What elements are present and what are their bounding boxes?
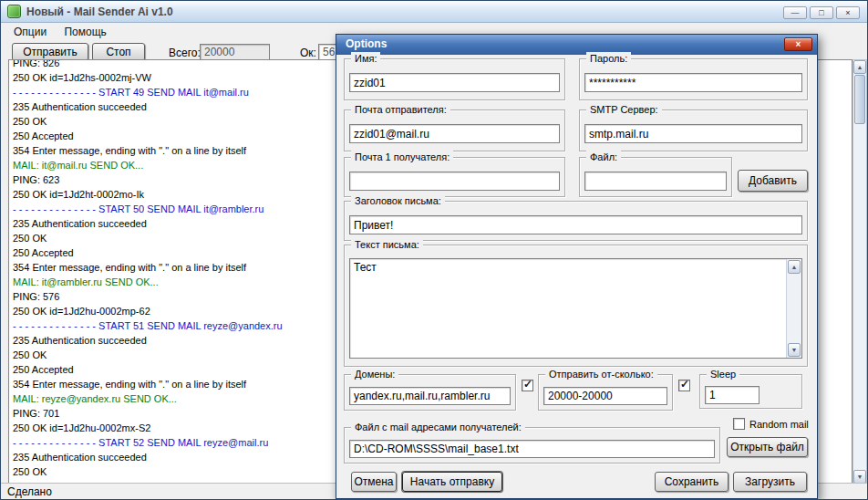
mail-file-label: Файл с mail адресами получателей: xyxy=(351,421,525,433)
total-input[interactable] xyxy=(200,44,270,60)
sleep-input[interactable] xyxy=(705,386,760,404)
name-group: Имя: xyxy=(344,58,565,100)
domains-label: Домены: xyxy=(351,368,398,380)
app-icon xyxy=(7,5,21,18)
random-mail-checkbox[interactable] xyxy=(733,418,745,430)
password-group: Пароль: xyxy=(579,58,808,100)
file-group: Файл: xyxy=(579,157,732,197)
mail-file-input[interactable] xyxy=(349,440,715,458)
log-scrollbar[interactable]: ▲ ▼ xyxy=(852,59,867,484)
menu-item-help[interactable]: Помощь xyxy=(57,24,113,40)
sleep-label: Sleep xyxy=(707,368,739,380)
recipient-input[interactable] xyxy=(349,172,560,191)
subject-input[interactable] xyxy=(349,215,802,234)
title-bar: Новый - Mail Sender Ai v1.0 — □ × xyxy=(1,1,867,23)
smtp-label: SMTP Сервер: xyxy=(586,103,662,116)
open-file-button[interactable]: Открыть файл xyxy=(727,437,808,457)
file-label: Файл: xyxy=(586,151,621,163)
load-button[interactable]: Загрузить xyxy=(733,472,807,492)
recipient-label: Почта 1 получателя: xyxy=(351,151,453,163)
maximize-icon[interactable]: □ xyxy=(810,6,833,19)
window-title: Новый - Mail Sender Ai v1.0 xyxy=(26,5,173,18)
name-label: Имя: xyxy=(351,52,380,65)
add-button[interactable]: Добавить xyxy=(738,170,808,192)
subject-group: Заголовок письма: xyxy=(344,201,808,241)
smtp-group: SMTP Сервер: xyxy=(579,109,808,151)
body-group: Текст письма: Тест ▲ ▼ xyxy=(344,245,808,367)
status-text: Сделано xyxy=(7,485,52,498)
scroll-thumb[interactable] xyxy=(854,75,865,124)
ok-label: Ок: xyxy=(300,47,316,59)
range-checkbox[interactable] xyxy=(678,380,690,391)
save-button[interactable]: Сохранить xyxy=(655,472,728,492)
subject-label: Заголовок письма: xyxy=(351,194,445,207)
password-label: Пароль: xyxy=(586,52,631,65)
cancel-button[interactable]: Отмена xyxy=(351,472,397,492)
textarea-scroll-up-icon[interactable]: ▲ xyxy=(788,260,801,274)
range-input[interactable] xyxy=(543,387,667,405)
minimize-icon[interactable]: — xyxy=(783,6,807,19)
name-input[interactable] xyxy=(349,73,560,92)
body-label: Текст письма: xyxy=(351,238,423,251)
stop-button[interactable]: Стоп xyxy=(92,43,145,61)
options-dialog: Options × Имя: Пароль: Почта отправителя… xyxy=(336,34,818,499)
sleep-group: Sleep xyxy=(699,374,802,409)
textarea-scrollbar[interactable]: ▲ ▼ xyxy=(786,259,801,358)
mail-file-group: Файл с mail адресами получателей: xyxy=(344,427,720,464)
range-label: Отправить от-сколько: xyxy=(545,368,657,380)
domains-input[interactable] xyxy=(349,387,511,405)
body-textarea[interactable]: Тест xyxy=(350,259,786,358)
file-input[interactable] xyxy=(584,172,727,191)
textarea-scroll-down-icon[interactable]: ▼ xyxy=(788,343,801,357)
close-icon[interactable]: × xyxy=(836,6,860,19)
sender-input[interactable] xyxy=(349,124,560,143)
recipient-group: Почта 1 получателя: xyxy=(344,157,565,197)
sender-label: Почта отправителя: xyxy=(351,103,450,116)
main-window: Новый - Mail Sender Ai v1.0 — □ × Опции … xyxy=(0,0,868,500)
dialog-close-icon[interactable]: × xyxy=(784,37,812,51)
scroll-down-icon[interactable]: ▼ xyxy=(853,470,866,484)
password-input[interactable] xyxy=(584,73,802,92)
dialog-title-bar: Options × xyxy=(336,35,817,55)
send-button[interactable]: Отправить xyxy=(12,43,88,61)
dialog-title: Options xyxy=(346,37,387,50)
smtp-input[interactable] xyxy=(584,124,802,143)
domains-checkbox[interactable] xyxy=(522,380,533,391)
sender-group: Почта отправителя: xyxy=(344,109,565,151)
menu-item-options[interactable]: Опции xyxy=(6,24,54,40)
range-group: Отправить от-сколько: xyxy=(538,374,673,411)
start-button[interactable]: Начать отправку xyxy=(402,472,502,492)
random-mail-label: Random mail xyxy=(749,419,809,430)
scroll-up-icon[interactable]: ▲ xyxy=(853,60,866,74)
body-text-box: Тест ▲ ▼ xyxy=(349,258,802,359)
total-label: Всего: xyxy=(169,47,201,59)
domains-group: Домены: xyxy=(344,374,516,411)
